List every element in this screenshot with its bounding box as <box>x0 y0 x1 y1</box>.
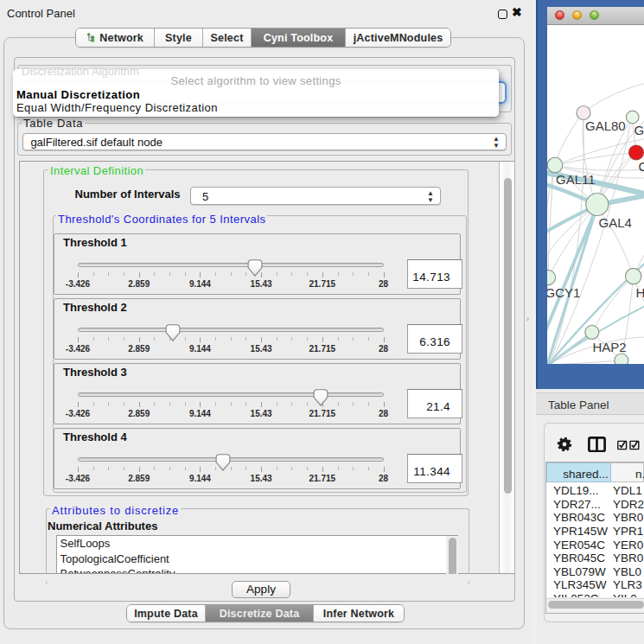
svg-text:GA: GA <box>634 123 644 137</box>
svg-text:H: H <box>636 285 644 300</box>
svg-text:GCY1: GCY1 <box>547 285 580 300</box>
svg-text:C: C <box>639 159 644 174</box>
svg-text:HAP2: HAP2 <box>593 340 627 354</box>
svg-text:GAL11: GAL11 <box>556 172 596 187</box>
svg-text:GAL80: GAL80 <box>585 118 626 133</box>
svg-text:GAL4: GAL4 <box>599 215 632 230</box>
